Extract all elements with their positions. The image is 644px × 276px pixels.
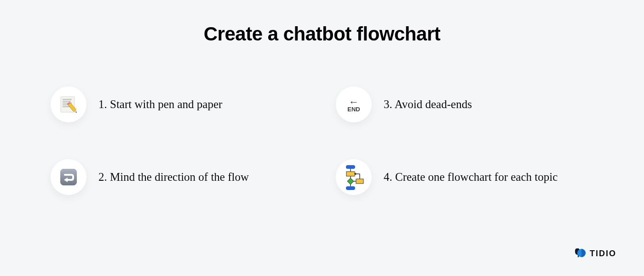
tip-number-4: 4. (384, 171, 392, 183)
tip-number-2: 2. (98, 171, 107, 183)
svg-rect-25 (346, 186, 355, 190)
tip-item-4: 4. Create one flowchart for each topic (336, 159, 593, 195)
svg-rect-15 (346, 172, 355, 176)
svg-rect-21 (356, 179, 363, 184)
tip-label-3: Avoid dead-ends (395, 98, 472, 110)
tip-text-1: 1. Start with pen and paper (98, 97, 222, 112)
svg-marker-19 (347, 178, 354, 184)
tip-number-1: 1. (98, 98, 107, 110)
tip-text-3: 3. Avoid dead-ends (384, 97, 472, 112)
tip-label-1: Start with pen and paper (110, 98, 222, 110)
tip-text-4: 4. Create one flowchart for each topic (384, 169, 558, 185)
svg-rect-13 (346, 165, 355, 169)
flowchart-icon (336, 159, 372, 195)
tip-item-1: 1. Start with pen and paper (51, 86, 308, 122)
tip-item-3: ← END 3. Avoid dead-ends (336, 86, 593, 122)
tip-label-2: Mind the direction of the flow (110, 171, 249, 183)
svg-rect-11 (60, 169, 77, 185)
brand-mark-icon (574, 247, 586, 259)
page-title: Create a chatbot flowchart (46, 23, 598, 45)
tip-text-2: 2. Mind the direction of the flow (98, 169, 249, 185)
tip-number-3: 3. (384, 98, 392, 110)
end-arrow-icon: ← END (336, 86, 372, 122)
tip-label-4: Create one flowchart for each topic (395, 171, 558, 183)
return-arrow-icon (51, 159, 86, 195)
brand-name: TIDIO (590, 249, 616, 259)
tip-item-2: 2. Mind the direction of the flow (51, 159, 308, 195)
brand-logo: TIDIO (574, 247, 616, 259)
tips-grid: 1. Start with pen and paper ← END 3. Avo… (46, 86, 598, 195)
memo-pencil-icon (51, 86, 86, 122)
